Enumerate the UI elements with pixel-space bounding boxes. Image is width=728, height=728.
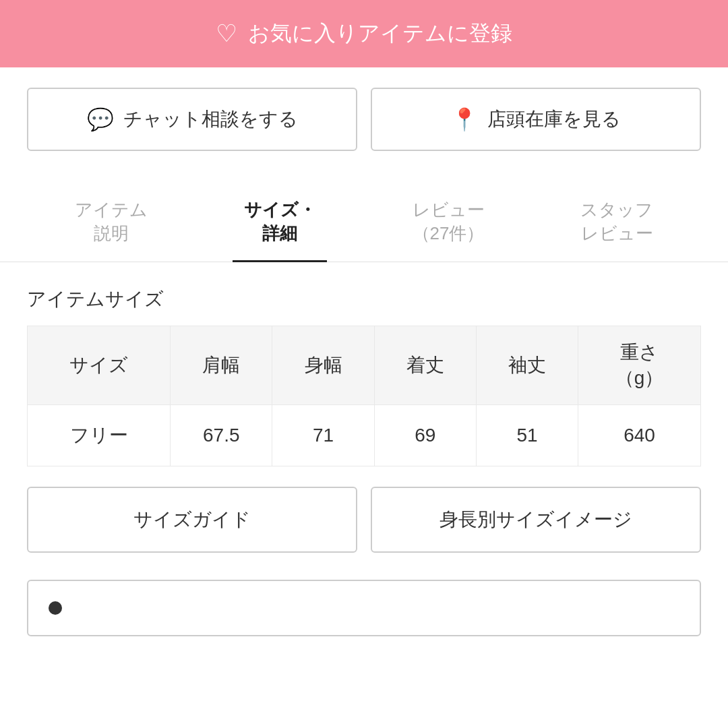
cell-weight: 640 bbox=[578, 405, 701, 466]
tab-review[interactable]: レビュー （27件） bbox=[401, 198, 495, 262]
size-guide-button[interactable]: サイズガイド bbox=[27, 487, 357, 553]
tab-staff-review[interactable]: スタッフ レビュー bbox=[570, 198, 664, 262]
chat-button[interactable]: 💬 チャット相談をする bbox=[27, 88, 357, 151]
tab-item-description[interactable]: アイテム 説明 bbox=[64, 198, 158, 262]
tab-item-description-line2: 説明 bbox=[94, 222, 129, 245]
store-stock-button-label: 店頭在庫を見る bbox=[487, 107, 621, 132]
size-guide-buttons-container: サイズガイド 身長別サイズイメージ bbox=[0, 466, 728, 573]
favorite-button[interactable]: ♡ お気に入りアイテムに登録 bbox=[0, 0, 728, 67]
col-header-length: 着丈 bbox=[374, 326, 476, 405]
size-guide-button-label: サイズガイド bbox=[133, 509, 251, 530]
tab-item-description-line1: アイテム bbox=[75, 198, 148, 222]
size-section-title: アイテムサイズ bbox=[0, 262, 728, 326]
col-header-weight: 重さ（g） bbox=[578, 326, 701, 405]
favorite-button-label: お気に入りアイテムに登録 bbox=[248, 19, 512, 49]
heart-icon: ♡ bbox=[216, 20, 237, 48]
tabs-container: アイテム 説明 サイズ・ 詳細 レビュー （27件） スタッフ レビュー bbox=[0, 178, 728, 262]
height-size-image-button[interactable]: 身長別サイズイメージ bbox=[371, 487, 701, 553]
dot-icon bbox=[49, 601, 62, 615]
col-header-sleeve: 袖丈 bbox=[476, 326, 578, 405]
tab-review-line2: （27件） bbox=[413, 222, 485, 245]
col-header-width: 身幅 bbox=[272, 326, 374, 405]
tab-review-line1: レビュー bbox=[413, 198, 485, 222]
size-table: サイズ 肩幅 身幅 着丈 袖丈 重さ（g） フリー 67.5 71 69 51 … bbox=[27, 326, 701, 466]
tab-size-detail-line2: 詳細 bbox=[262, 222, 297, 245]
cell-length: 69 bbox=[374, 405, 476, 466]
location-icon: 📍 bbox=[451, 107, 478, 132]
table-row: フリー 67.5 71 69 51 640 bbox=[28, 405, 701, 466]
cell-size: フリー bbox=[28, 405, 171, 466]
store-stock-button[interactable]: 📍 店頭在庫を見る bbox=[371, 88, 701, 151]
action-buttons-container: 💬 チャット相談をする 📍 店頭在庫を見る bbox=[0, 67, 728, 171]
tab-staff-review-line2: レビュー bbox=[581, 222, 653, 245]
tab-staff-review-line1: スタッフ bbox=[580, 198, 653, 222]
cell-width: 71 bbox=[272, 405, 374, 466]
cell-shoulder: 67.5 bbox=[171, 405, 272, 466]
cell-sleeve: 51 bbox=[476, 405, 578, 466]
col-header-size: サイズ bbox=[28, 326, 171, 405]
tab-size-detail-line1: サイズ・ bbox=[244, 198, 316, 222]
height-size-image-button-label: 身長別サイズイメージ bbox=[439, 509, 632, 530]
chat-button-label: チャット相談をする bbox=[123, 107, 298, 132]
col-header-shoulder: 肩幅 bbox=[171, 326, 272, 405]
tab-size-detail[interactable]: サイズ・ 詳細 bbox=[233, 198, 327, 262]
bottom-card bbox=[27, 580, 701, 636]
chat-icon: 💬 bbox=[87, 107, 114, 132]
